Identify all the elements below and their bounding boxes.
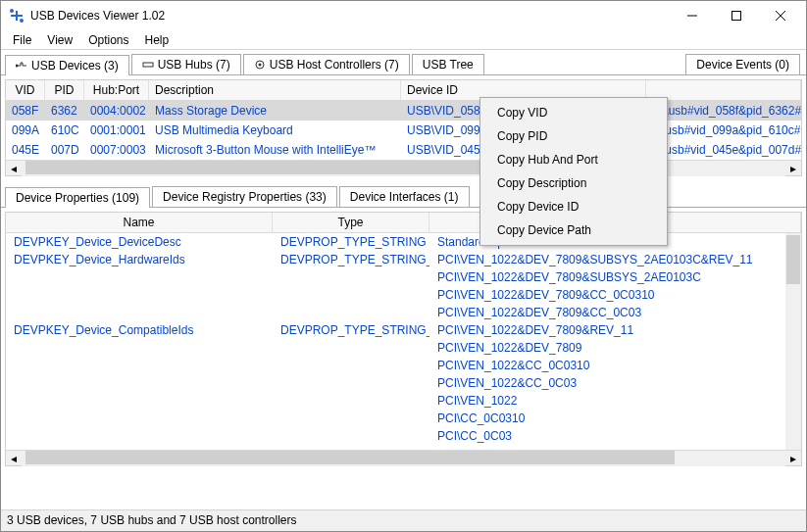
ctx-copy-device-path[interactable]: Copy Device Path xyxy=(483,218,664,242)
app-icon xyxy=(9,8,25,24)
cell: Mass Storage Device xyxy=(149,103,401,119)
menu-file[interactable]: File xyxy=(5,31,39,49)
scroll-right-icon[interactable]: ▸ xyxy=(785,161,801,176)
property-row[interactable]: PCI\CC_0C0310 xyxy=(6,410,801,427)
prop-value: PCI\VEN_1022&CC_0C0310 xyxy=(429,358,801,373)
context-menu: Copy VID Copy PID Copy Hub And Port Copy… xyxy=(479,97,668,246)
tab-device-events[interactable]: Device Events (0) xyxy=(685,54,800,74)
tab-label: USB Host Controllers (7) xyxy=(270,58,399,72)
tab-usb-tree[interactable]: USB Tree xyxy=(412,54,484,74)
window-title: USB Devices Viewer 1.02 xyxy=(30,9,670,23)
tab-device-interfaces[interactable]: Device Interfaces (1) xyxy=(339,186,470,207)
prop-type xyxy=(273,375,429,391)
grid-body[interactable]: 058F63620004:0002Mass Storage DeviceUSB\… xyxy=(6,101,801,160)
window-buttons xyxy=(670,2,802,29)
table-row[interactable]: 058F63620004:0002Mass Storage DeviceUSB\… xyxy=(6,101,801,121)
menu-help[interactable]: Help xyxy=(137,31,177,49)
properties-grid: Name Type DEVPKEY_Device_DeviceDescDEVPR… xyxy=(5,212,802,466)
col-prop-name[interactable]: Name xyxy=(6,213,273,232)
ctx-copy-pid[interactable]: Copy PID xyxy=(483,124,664,148)
cell: 0001:0001 xyxy=(84,122,149,138)
property-row[interactable]: PCI\VEN_1022&DEV_7809&CC_0C03 xyxy=(6,304,801,321)
cell: 099A xyxy=(6,122,45,138)
bottom-tabbar: Device Properties (109) Device Registry … xyxy=(1,180,806,208)
property-row[interactable]: PCI\VEN_1022&DEV_7809&SUBSYS_2AE0103C xyxy=(6,268,801,286)
prop-type: DEVPROP_TYPE_STRING xyxy=(273,234,429,250)
svg-point-3 xyxy=(16,65,19,68)
property-row[interactable]: PCI\VEN_1022&CC_0C0310 xyxy=(6,357,801,374)
prop-value: PCI\VEN_1022&DEV_7809&CC_0C03 xyxy=(429,305,801,320)
hub-icon xyxy=(142,59,154,71)
tab-usb-hubs[interactable]: USB Hubs (7) xyxy=(131,54,241,74)
prop-value: PCI\VEN_1022 xyxy=(429,393,801,409)
prop-type xyxy=(273,428,429,444)
vertical-scrollbar[interactable] xyxy=(785,233,801,450)
scroll-left-icon[interactable]: ◂ xyxy=(6,161,22,176)
svg-rect-2 xyxy=(731,12,740,21)
tab-host-controllers[interactable]: USB Host Controllers (7) xyxy=(243,54,410,74)
property-row[interactable]: PCI\VEN_1022&DEV_7809 xyxy=(6,339,801,357)
horizontal-scrollbar[interactable]: ◂ ▸ xyxy=(6,450,801,465)
prop-name xyxy=(6,375,273,391)
ctx-copy-device-id[interactable]: Copy Device ID xyxy=(483,195,664,218)
prop-value: PCI\VEN_1022&DEV_7809 xyxy=(429,340,801,356)
col-path[interactable] xyxy=(646,80,801,100)
cell: 0004:0002 xyxy=(84,103,149,119)
property-row[interactable]: PCI\VEN_1022 xyxy=(6,392,801,410)
menu-options[interactable]: Options xyxy=(80,31,136,49)
scroll-left-icon[interactable]: ◂ xyxy=(6,451,22,466)
property-row[interactable]: PCI\CC_0C03 xyxy=(6,427,801,445)
prop-value: PCI\VEN_1022&DEV_7809&SUBSYS_2AE0103C&RE… xyxy=(429,252,801,267)
prop-name xyxy=(6,269,273,285)
prop-name xyxy=(6,428,273,444)
horizontal-scrollbar[interactable]: ◂ ▸ xyxy=(6,160,801,175)
tab-label: USB Hubs (7) xyxy=(158,58,230,72)
table-row[interactable]: 099A610C0001:0001USB Multimedia Keyboard… xyxy=(6,121,801,140)
svg-point-0 xyxy=(10,9,14,13)
svg-rect-4 xyxy=(143,63,153,67)
tab-registry-properties[interactable]: Device Registry Properties (33) xyxy=(152,186,337,207)
ctx-copy-vid[interactable]: Copy VID xyxy=(483,101,664,124)
prop-type xyxy=(273,340,429,356)
property-row[interactable]: DEVPKEY_Device_DeviceDescDEVPROP_TYPE_ST… xyxy=(6,233,801,251)
titlebar: USB Devices Viewer 1.02 xyxy=(1,1,806,30)
close-button[interactable] xyxy=(758,2,802,29)
tab-device-properties[interactable]: Device Properties (109) xyxy=(5,187,150,208)
menu-view[interactable]: View xyxy=(39,31,80,49)
prop-name xyxy=(6,358,273,373)
prop-name xyxy=(6,340,273,356)
prop-name xyxy=(6,393,273,409)
col-pid[interactable]: PID xyxy=(45,80,84,100)
scroll-right-icon[interactable]: ▸ xyxy=(785,451,801,466)
col-description[interactable]: Description xyxy=(149,80,401,100)
gear-icon xyxy=(254,59,266,71)
usb-icon xyxy=(16,60,27,72)
tab-label: USB Devices (3) xyxy=(31,59,119,73)
minimize-button[interactable] xyxy=(670,2,714,29)
ctx-copy-hub[interactable]: Copy Hub And Port xyxy=(483,148,664,171)
prop-type xyxy=(273,305,429,320)
maximize-button[interactable] xyxy=(714,2,758,29)
col-hub[interactable]: Hub:Port xyxy=(84,80,149,100)
statusbar: 3 USB devices, 7 USB hubs and 7 USB host… xyxy=(1,509,806,531)
col-vid[interactable]: VID xyxy=(6,80,45,100)
cell: \?\usb#vid_099a&pid_610c#5& xyxy=(646,122,801,138)
table-row[interactable]: 045E007D0007:0003Microsoft 3-Button Mous… xyxy=(6,140,801,160)
tab-usb-devices[interactable]: USB Devices (3) xyxy=(5,55,129,75)
prop-type: DEVPROP_TYPE_STRING_LIST xyxy=(273,322,429,338)
property-row[interactable]: DEVPKEY_Device_CompatibleIdsDEVPROP_TYPE… xyxy=(6,321,801,339)
col-prop-type[interactable]: Type xyxy=(273,213,429,232)
property-row[interactable]: PCI\VEN_1022&DEV_7809&CC_0C0310 xyxy=(6,286,801,304)
properties-body[interactable]: DEVPKEY_Device_DeviceDescDEVPROP_TYPE_ST… xyxy=(6,233,801,450)
prop-type xyxy=(273,287,429,303)
prop-name xyxy=(6,305,273,320)
prop-name: DEVPKEY_Device_CompatibleIds xyxy=(6,322,273,338)
cell: 007D xyxy=(45,142,84,158)
property-row[interactable]: DEVPKEY_Device_HardwareIdsDEVPROP_TYPE_S… xyxy=(6,251,801,268)
ctx-copy-description[interactable]: Copy Description xyxy=(483,171,664,195)
cell: \\?\usb#vid_058f&pid_6362#05 xyxy=(646,103,801,119)
property-row[interactable]: PCI\VEN_1022&CC_0C03 xyxy=(6,374,801,392)
prop-type xyxy=(273,411,429,426)
cell: 045E xyxy=(6,142,45,158)
cell: USB Multimedia Keyboard xyxy=(149,122,401,138)
